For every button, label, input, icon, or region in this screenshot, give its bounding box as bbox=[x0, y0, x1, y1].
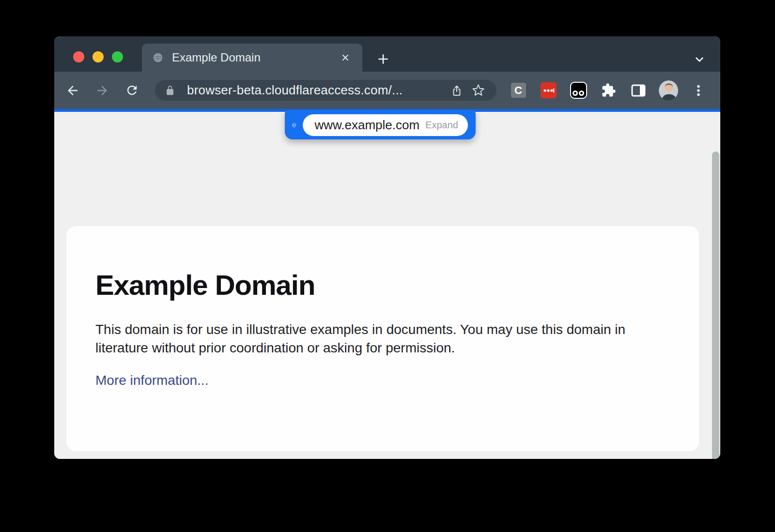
globe-favicon-icon bbox=[153, 52, 163, 63]
page-paragraph: This domain is for use in illustrative e… bbox=[95, 320, 652, 357]
extensions-area: C bbox=[509, 80, 708, 101]
remote-browser-banner: www.example.com Expand bbox=[285, 110, 476, 139]
tab-title: Example Domain bbox=[172, 51, 338, 64]
page-heading: Example Domain bbox=[95, 269, 660, 301]
vertical-scrollbar-thumb[interactable] bbox=[712, 152, 719, 459]
url-text: browser-beta.cloudflareaccess.com/... bbox=[187, 83, 446, 98]
browser-toolbar: browser-beta.cloudflareaccess.com/... C bbox=[54, 72, 720, 109]
extension-c-icon[interactable]: C bbox=[509, 80, 528, 101]
more-information-link[interactable]: More information... bbox=[95, 373, 208, 388]
content-card: Example Domain This domain is for use in… bbox=[66, 226, 699, 451]
tab-search-chevron-icon[interactable] bbox=[690, 51, 709, 68]
tab-strip: Example Domain bbox=[54, 36, 720, 72]
active-tab[interactable]: Example Domain bbox=[142, 44, 362, 72]
minimize-window-button[interactable] bbox=[93, 51, 104, 62]
close-window-button[interactable] bbox=[73, 51, 84, 62]
expand-button[interactable]: Expand bbox=[425, 120, 458, 131]
extension-password-manager-icon[interactable] bbox=[539, 80, 558, 101]
lock-icon bbox=[164, 85, 176, 96]
new-tab-button[interactable] bbox=[374, 50, 392, 68]
forward-button[interactable] bbox=[93, 81, 112, 100]
address-bar[interactable]: browser-beta.cloudflareaccess.com/... bbox=[155, 80, 496, 101]
isolated-domain-text: www.example.com bbox=[314, 118, 419, 133]
isolated-domain-pill[interactable]: www.example.com Expand bbox=[303, 114, 468, 136]
window-controls bbox=[73, 51, 123, 62]
profile-avatar[interactable] bbox=[659, 80, 678, 101]
side-panel-icon[interactable] bbox=[629, 80, 648, 101]
fullscreen-window-button[interactable] bbox=[112, 51, 123, 62]
back-button[interactable] bbox=[63, 81, 82, 100]
extension-black-circles-icon[interactable] bbox=[569, 80, 588, 101]
extensions-puzzle-icon[interactable] bbox=[599, 80, 618, 101]
share-icon[interactable] bbox=[446, 81, 467, 100]
bookmark-star-icon[interactable] bbox=[467, 81, 489, 100]
browser-window: Example Domain browser-beta.cloudflareac bbox=[54, 36, 720, 459]
browser-menu-icon[interactable] bbox=[689, 80, 708, 101]
shield-arrow-icon bbox=[292, 118, 296, 133]
reload-button[interactable] bbox=[122, 81, 141, 100]
page-viewport: www.example.com Expand Example Domain Th… bbox=[54, 112, 720, 459]
tab-close-icon[interactable] bbox=[338, 50, 353, 65]
